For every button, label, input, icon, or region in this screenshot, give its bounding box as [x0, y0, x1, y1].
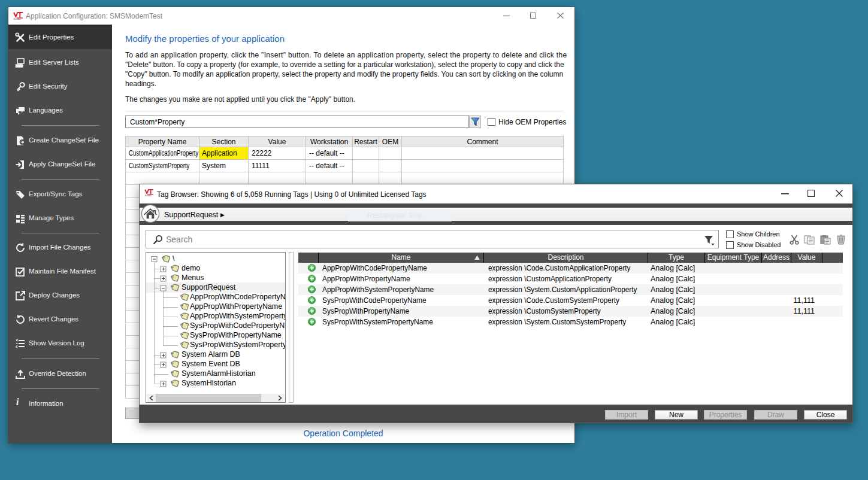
- svg-text:Scada: Scada: [14, 17, 22, 20]
- svg-text:Scada: Scada: [145, 194, 152, 196]
